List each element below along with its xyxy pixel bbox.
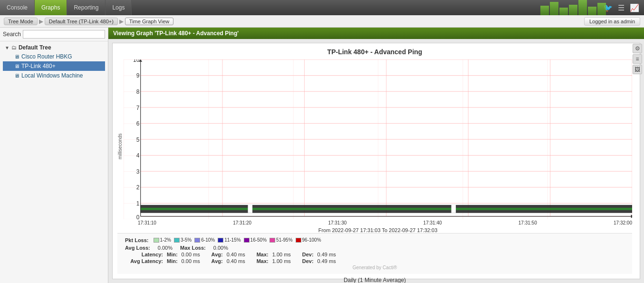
legend-text-2: 6-10% <box>201 237 215 243</box>
latency-max-val: 1.00 ms <box>272 252 298 257</box>
avg-loss-row: Avg Loss: 0.00% Max Loss: 0.00% <box>125 245 625 251</box>
main-layout: Search ▼ 🗂 Default Tree 🖥 Cisco Router H… <box>0 28 644 283</box>
avg-latency-min-label: Min: <box>167 258 178 264</box>
breadcrumb-time-graph-view[interactable]: Time Graph View <box>125 18 173 25</box>
avg-latency-max-val: 1.00 ms <box>272 258 298 264</box>
tree-item-cisco[interactable]: 🖥 Cisco Router HBKG <box>3 52 105 61</box>
breadcrumb-default-tree[interactable]: Default Tree (TP-Link 480+) <box>45 18 118 25</box>
x-label-0: 17:31:10 <box>138 220 156 225</box>
svg-text:6: 6 <box>136 120 140 127</box>
svg-text:7: 7 <box>136 105 140 111</box>
avg-latency-dev-val: 0.49 ms <box>317 258 336 264</box>
legend-text-4: 16-50% <box>250 237 267 243</box>
latency-row: Latency: Min: 0.00 ms Avg: 0.40 ms Max: … <box>125 252 625 257</box>
legend-box-5 <box>269 238 275 243</box>
x-label-2: 17:31:30 <box>328 220 346 225</box>
list-icon-btn[interactable]: ≡ <box>633 54 642 64</box>
latency-min-val: 0.00 ms <box>182 252 208 257</box>
svg-text:5: 5 <box>136 137 140 143</box>
legend-box-2 <box>194 238 200 243</box>
breadcrumb-tree-mode[interactable]: Tree Mode <box>4 18 38 25</box>
tree-item-windows[interactable]: 🖥 Local Windows Machine <box>3 71 105 80</box>
svg-rect-32 <box>141 208 632 210</box>
breadcrumb-sep-1: ▶ <box>39 18 43 25</box>
legend-box-3 <box>218 238 223 243</box>
latency-dev-val: 0.49 ms <box>317 252 336 257</box>
breadcrumb: Tree Mode ▶ Default Tree (TP-Link 480+) … <box>0 15 644 28</box>
graph-title: TP-Link 480+ - Advanced Ping <box>117 48 632 56</box>
legend-text-0: 1-2% <box>160 237 171 243</box>
daily-label: Daily (1 Minute Average) <box>117 274 632 283</box>
generated-by: Generated by Cacti® <box>125 265 625 270</box>
legend-box-4 <box>244 238 250 243</box>
avg-latency-row: Avg Latency: Min: 0.00 ms Avg: 0.40 ms M… <box>125 258 625 264</box>
max-loss-val: 0.00% <box>213 245 228 251</box>
legend-box-1 <box>174 238 180 243</box>
avg-loss-val: 0.00% <box>158 245 173 251</box>
svg-text:4: 4 <box>136 152 140 159</box>
legend-item-3: 11-15% <box>218 237 240 243</box>
logged-in-label: Logged in as admin <box>584 17 640 26</box>
graph-wrapper: TP-Link 480+ - Advanced Ping millisecond… <box>108 39 644 283</box>
latency-label: Latency: <box>125 252 163 257</box>
device-icon-tplink: 🖥 <box>14 63 19 69</box>
x-label-3: 17:31:40 <box>423 220 442 225</box>
legend-item-2: 6-10% <box>194 237 215 243</box>
legend-item-6: 96-100% <box>296 237 321 243</box>
tree-root-label[interactable]: ▼ 🗂 Default Tree <box>3 43 105 52</box>
top-right-icons: 🐦 ☰ 📈 <box>602 0 644 15</box>
device-icon-cisco: 🖥 <box>14 54 19 59</box>
svg-text:3: 3 <box>136 168 140 175</box>
svg-text:8: 8 <box>136 88 140 95</box>
tab-logs[interactable]: Logs <box>106 0 132 15</box>
deco-bars <box>540 0 606 15</box>
legend-text-6: 96-100% <box>302 237 321 243</box>
latency-avg-label: Avg: <box>211 252 223 257</box>
svg-marker-36 <box>631 215 632 218</box>
svg-rect-34 <box>452 205 456 213</box>
y-axis-label: milliseconds <box>117 59 123 233</box>
tab-console[interactable]: Console <box>0 0 35 15</box>
legend-item-1: 3-5% <box>174 237 192 243</box>
graph-body: milliseconds <box>117 59 632 233</box>
tab-reporting[interactable]: Reporting <box>67 0 106 15</box>
graph-container: TP-Link 480+ - Advanced Ping millisecond… <box>112 43 640 279</box>
content-area: ⚙ ≡ 🖼 Viewing Graph 'TP-Link 480+ - Adva… <box>108 28 644 283</box>
graph-stats: Pkt Loss: 1-2% 3-5% 6-10% <box>117 233 632 274</box>
time-range-label: From 2022-09-27 17:31:03 To 2022-09-27 1… <box>124 227 632 233</box>
menu-icon[interactable]: ☰ <box>615 2 627 13</box>
image-icon-btn[interactable]: 🖼 <box>633 65 642 74</box>
chart-area: 10 9 8 7 6 5 4 3 2 1 0 <box>124 59 632 233</box>
tree-item-tplink[interactable]: 🖥 TP-Link 480+ <box>3 61 105 71</box>
search-bar: Search <box>0 28 108 41</box>
legend-box-6 <box>296 238 301 243</box>
viewing-header: Viewing Graph 'TP-Link 480+ - Advanced P… <box>108 28 644 39</box>
svg-text:0: 0 <box>136 214 140 219</box>
settings-icon-btn[interactable]: ⚙ <box>633 44 642 53</box>
tree-root: ▼ 🗂 Default Tree 🖥 Cisco Router HBKG 🖥 T… <box>0 41 108 82</box>
latency-max-label: Max: <box>257 252 269 257</box>
search-label: Search <box>3 31 21 38</box>
tab-graphs[interactable]: Graphs <box>35 0 67 15</box>
x-label-4: 17:31:50 <box>519 220 537 225</box>
chart-svg-container: 10 9 8 7 6 5 4 3 2 1 0 <box>124 59 632 219</box>
avg-latency-min-val: 0.00 ms <box>182 258 208 264</box>
x-label-5: 17:32:00 <box>614 220 632 225</box>
chart-icon[interactable]: 📈 <box>629 2 640 13</box>
svg-text:10: 10 <box>133 59 140 63</box>
avg-latency-avg-label: Avg: <box>211 258 223 264</box>
avg-loss-label: Avg Loss: <box>125 245 150 251</box>
avg-latency-label: Avg Latency: <box>125 258 163 264</box>
legend-item-5: 51-95% <box>269 237 292 243</box>
device-icon-windows: 🖥 <box>14 73 19 78</box>
right-icons-panel: ⚙ ≡ 🖼 <box>631 42 644 76</box>
latency-dev-label: Dev: <box>302 252 314 257</box>
tree-root-text: Default Tree <box>19 44 51 51</box>
avg-latency-max-label: Max: <box>257 258 269 264</box>
legend-text-3: 11-15% <box>224 237 240 243</box>
legend-text-5: 51-95% <box>276 237 292 243</box>
svg-rect-33 <box>248 205 253 213</box>
pkt-loss-row: Pkt Loss: 1-2% 3-5% 6-10% <box>125 237 625 243</box>
avg-latency-dev-label: Dev: <box>302 258 314 264</box>
search-input[interactable] <box>23 30 105 39</box>
